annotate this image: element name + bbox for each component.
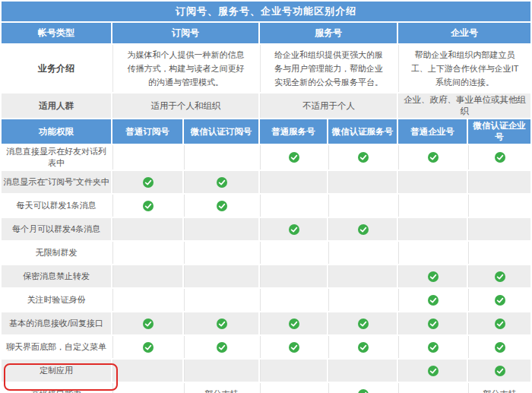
check-cell [398,360,467,382]
audience-service: 不适用于个人 [260,93,397,118]
check-cell [328,383,397,393]
empty-cell [328,265,397,287]
column-header-verified-subscription: 微信认证订阅号 [184,119,258,144]
account-type-row: 帐号类型 订阅号 服务号 企业号 [2,23,530,43]
feature-label: 无限制群发 [2,242,111,264]
empty-cell [184,265,258,287]
page-title: 订阅号、服务号、企业号功能区别介绍 [2,2,530,21]
check-icon [495,295,505,306]
check-icon [143,342,154,353]
feature-label: 定制应用 [2,360,111,382]
check-cell [184,195,258,217]
check-icon [289,319,299,329]
feature-row: 关注时验证身份 [2,289,530,311]
check-icon [358,319,369,329]
check-cell [398,312,467,334]
check-icon [495,271,505,282]
check-cell [398,289,467,311]
empty-cell [260,289,327,311]
check-icon [217,342,227,353]
feature-label: 每天可以群发1条消息 [2,195,111,217]
check-icon [495,342,505,353]
empty-cell [260,195,327,217]
group-header-service: 服务号 [260,23,397,43]
partial-support-cell: 部分支持 [184,383,258,393]
check-icon [428,366,439,376]
check-cell [468,360,530,382]
check-icon [358,152,369,163]
empty-cell [112,145,182,170]
check-icon [428,271,439,282]
check-icon [289,224,299,235]
feature-label: 消息直接显示在好友对话列表中 [2,145,111,170]
feature-row: 消息直接显示在好友对话列表中 [2,145,530,170]
check-cell [184,312,258,334]
empty-cell [398,218,467,240]
empty-cell [112,383,182,393]
audience-enterprise: 企业、政府、事业单位或其他组织 [398,93,530,118]
column-header-verified-service: 微信认证服务号 [328,119,397,144]
empty-cell [184,360,258,382]
feature-row: 每天可以群发1条消息 [2,195,530,217]
permissions-header: 功能权限 [2,119,111,144]
empty-cell [328,195,397,217]
group-header-subscription: 订阅号 [112,23,258,43]
check-cell [184,171,258,193]
business-intro-label: 业务介绍 [2,45,111,92]
empty-cell [112,265,182,287]
empty-cell [260,242,327,264]
audience-label: 适用人群 [2,93,111,118]
empty-cell [328,289,397,311]
account-type-header: 帐号类型 [2,23,111,43]
empty-cell [260,360,327,382]
check-icon [358,342,369,353]
check-icon [428,342,439,353]
empty-cell [112,218,182,240]
business-intro-enterprise: 帮助企业和组织内部建立员工、上下游合作伙伴与企业IT系统间的连接。 [398,45,530,92]
group-header-enterprise: 企业号 [398,23,530,43]
feature-row: 基本的消息接收/回复接口 [2,312,530,334]
feature-row: 消息显示在“订阅号”文件夹中 [2,171,530,193]
check-cell [112,336,182,358]
check-cell [328,218,397,240]
check-icon [217,177,227,188]
check-icon [428,319,439,329]
check-cell [260,312,327,334]
feature-row: 聊天界面底部，自定义菜单 [2,336,530,358]
empty-cell [328,242,397,264]
empty-cell [398,383,467,393]
feature-label: 聊天界面底部，自定义菜单 [2,336,111,358]
check-cell [398,336,467,358]
check-cell [328,336,397,358]
audience-subscription: 适用于个人和组织 [112,93,258,118]
empty-cell [468,242,530,264]
check-icon [289,342,299,353]
audience-row: 适用人群 适用于个人和组织 不适用于个人 企业、政府、事业单位或其他组织 [2,93,530,118]
empty-cell [112,289,182,311]
empty-cell [468,218,530,240]
feature-rows: 消息直接显示在好友对话列表中消息显示在“订阅号”文件夹中每天可以群发1条消息每个… [2,145,530,393]
empty-cell [328,171,397,193]
check-cell [398,265,467,287]
check-cell [184,336,258,358]
business-intro-service: 给企业和组织提供更强大的服务与用户管理能力，帮助企业实现全新的公众号服务平台。 [260,45,397,92]
comparison-table: 订阅号、服务号、企业号功能区别介绍 帐号类型 订阅号 服务号 企业号 业务介绍 … [0,0,532,393]
check-icon [143,177,154,188]
empty-cell [328,360,397,382]
empty-cell [398,242,467,264]
empty-cell [468,171,530,193]
check-cell [468,289,530,311]
empty-cell [184,289,258,311]
feature-label: 高级接口能力 [2,383,111,393]
column-header-normal-subscription: 普通订阅号 [112,119,182,144]
empty-cell [112,360,182,382]
check-icon [358,224,369,235]
empty-cell [398,195,467,217]
business-intro-row: 业务介绍 为媒体和个人提供一种新的信息传播方式，构建与读者之间更好的沟通与管理模… [2,45,530,92]
check-icon [217,201,227,211]
check-cell [112,171,182,193]
column-header-verified-enterprise: 微信认证企业号 [468,119,530,144]
empty-cell [112,242,182,264]
feature-row: 高级接口能力部分支持部分支持 [2,383,530,393]
feature-row: 定制应用 [2,360,530,382]
